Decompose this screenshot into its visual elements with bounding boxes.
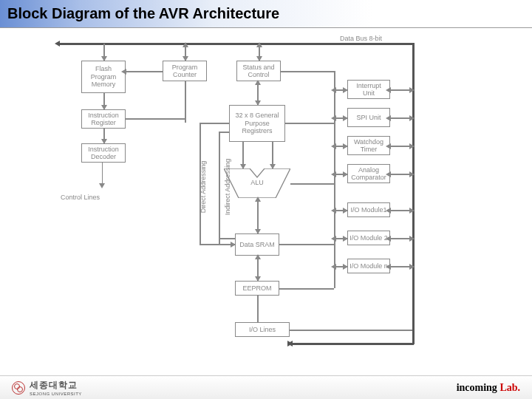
lab-name: incoming Lab. xyxy=(457,382,520,394)
block-comp: Analog Comparator xyxy=(347,164,390,183)
block-status: Status and Control xyxy=(236,61,281,81)
block-spi: SPI Unit xyxy=(347,108,390,127)
block-iolines: I/O Lines xyxy=(235,322,290,337)
block-gpr: 32 x 8 General Purpose Registrers xyxy=(229,105,285,142)
data-bus-label: Data Bus 8-bit xyxy=(340,35,382,42)
uni-sub: SEJONG UNIVERSITY xyxy=(30,392,82,396)
block-idec: Instruction Decoder xyxy=(81,143,126,163)
label-ctrl: Control Lines xyxy=(61,194,100,201)
page-title: Block Diagram of the AVR Architecture xyxy=(7,5,279,22)
block-iomn: I/O Module n xyxy=(347,259,390,273)
block-iom2: I/O Module 2 xyxy=(347,231,390,245)
block-wdt: Watchdog Timer xyxy=(347,136,390,155)
block-pc: Program Counter xyxy=(163,61,207,81)
university-logo: 세종대학교 SEJONG UNIVERSITY xyxy=(12,379,82,396)
logo-icon xyxy=(12,381,25,395)
block-alu: ALU xyxy=(224,168,290,198)
label-direct: Direct Addressing xyxy=(200,161,207,214)
data-bus xyxy=(59,43,414,45)
block-iom1: I/O Module1 xyxy=(347,202,390,217)
block-sram: Data SRAM xyxy=(235,233,279,256)
block-interrupt: Interrupt Unit xyxy=(347,80,390,99)
block-flash: Flash Program Memory xyxy=(81,61,126,93)
label-indirect: Indirect Addressing xyxy=(224,159,231,216)
block-diagram: Data Bus 8-bit Flash Program Memory Inst… xyxy=(44,35,473,361)
title-bar: Block Diagram of the AVR Architecture xyxy=(0,0,532,28)
bus-bottom xyxy=(292,343,414,345)
block-ireg: Instruction Register xyxy=(81,109,126,129)
uni-name: 세종대학교 xyxy=(30,379,82,392)
block-eeprom: EEPROM xyxy=(235,281,279,296)
footer: 세종대학교 SEJONG UNIVERSITY incoming Lab. xyxy=(0,375,532,399)
bus-arrow-left xyxy=(55,41,60,47)
